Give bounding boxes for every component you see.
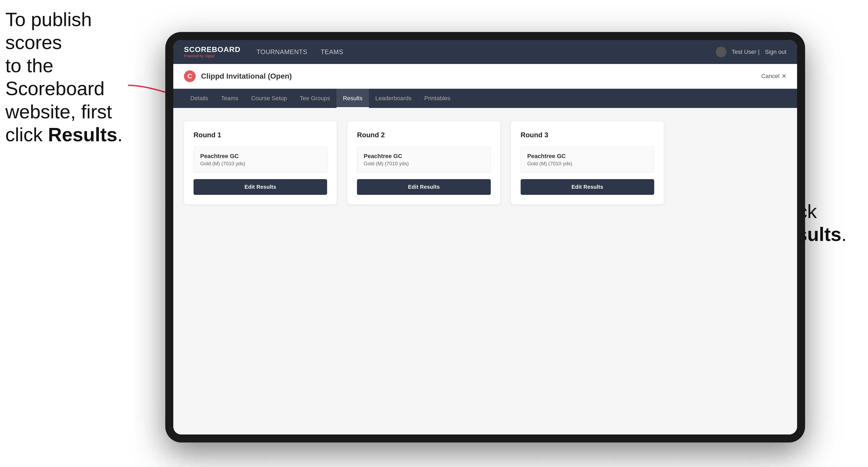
sign-out-link[interactable]: Sign out [765,49,786,56]
edit-results-button-2[interactable]: Edit Results [357,179,491,195]
tab-details[interactable]: Details [184,89,215,108]
tab-printables[interactable]: Printables [418,89,457,108]
round-3-course-name: Peachtree GC [527,153,648,160]
user-label: Test User | [732,49,760,56]
tablet-screen: SCOREBOARD Powered by clippd TOURNAMENTS… [173,40,797,434]
round-card-3: Round 3 Peachtree GC Gold (M) (7010 yds)… [511,121,664,205]
round-card-2: Round 2 Peachtree GC Gold (M) (7010 yds)… [347,121,500,205]
rounds-grid: Round 1 Peachtree GC Gold (M) (7010 yds)… [184,121,664,205]
tournament-title-area: C Clippd Invitational (Open) [184,70,292,82]
logo-sub: Powered by clippd [184,54,241,58]
nav-link-tournaments[interactable]: TOURNAMENTS [256,48,307,56]
nav-bar: SCOREBOARD Powered by clippd TOURNAMENTS… [173,40,797,64]
tab-bar: Details Teams Course Setup Tee Groups Re… [173,89,797,108]
round-1-course-card: Peachtree GC Gold (M) (7010 yds) [193,147,327,173]
edit-results-button-1[interactable]: Edit Results [193,179,327,195]
tournament-icon: C [184,70,196,82]
instruction-right-line2-end: . [841,224,847,245]
instruction-line3: website, first [5,101,112,122]
round-3-course-details: Gold (M) (7010 yds) [527,161,648,166]
instruction-line1: To publish scores [5,9,92,53]
user-avatar [716,46,726,57]
logo-text: SCOREBOARD [184,46,241,53]
round-1-title: Round 1 [193,131,327,139]
content-area: Round 1 Peachtree GC Gold (M) (7010 yds)… [173,108,797,434]
edit-results-button-3[interactable]: Edit Results [521,179,654,195]
tab-tee-groups[interactable]: Tee Groups [293,89,337,108]
instruction-line4-plain: click [5,124,48,145]
round-1-course-name: Peachtree GC [200,153,320,160]
close-icon: ✕ [782,73,786,80]
tab-results[interactable]: Results [336,89,369,108]
tab-teams[interactable]: Teams [215,89,245,108]
round-2-course-card: Peachtree GC Gold (M) (7010 yds) [357,147,491,173]
tab-leaderboards[interactable]: Leaderboards [369,89,418,108]
cancel-button[interactable]: Cancel ✕ [762,73,786,80]
nav-link-teams[interactable]: TEAMS [321,48,343,56]
instruction-line4-end: . [117,124,123,145]
tournament-title: Clippd Invitational (Open) [201,72,292,81]
nav-right: Test User | Sign out [716,46,786,57]
round-2-course-details: Gold (M) (7010 yds) [364,161,484,166]
instruction-line4-bold: Results [48,124,117,145]
tournament-header: C Clippd Invitational (Open) Cancel ✕ [173,64,797,89]
round-2-title: Round 2 [357,131,491,139]
cancel-label: Cancel [762,73,779,80]
round-2-course-name: Peachtree GC [364,153,484,160]
round-3-title: Round 3 [521,131,654,139]
tablet-frame: SCOREBOARD Powered by clippd TOURNAMENTS… [165,32,805,442]
tab-course-setup[interactable]: Course Setup [245,89,293,108]
instruction-line2: to the Scoreboard [5,55,104,99]
logo-area: SCOREBOARD Powered by clippd [184,46,241,58]
round-3-course-card: Peachtree GC Gold (M) (7010 yds) [521,147,654,173]
nav-links: TOURNAMENTS TEAMS [256,48,715,56]
round-1-course-details: Gold (M) (7010 yds) [200,161,320,166]
instruction-left: To publish scores to the Scoreboard webs… [5,8,144,146]
round-card-1: Round 1 Peachtree GC Gold (M) (7010 yds)… [184,121,337,205]
